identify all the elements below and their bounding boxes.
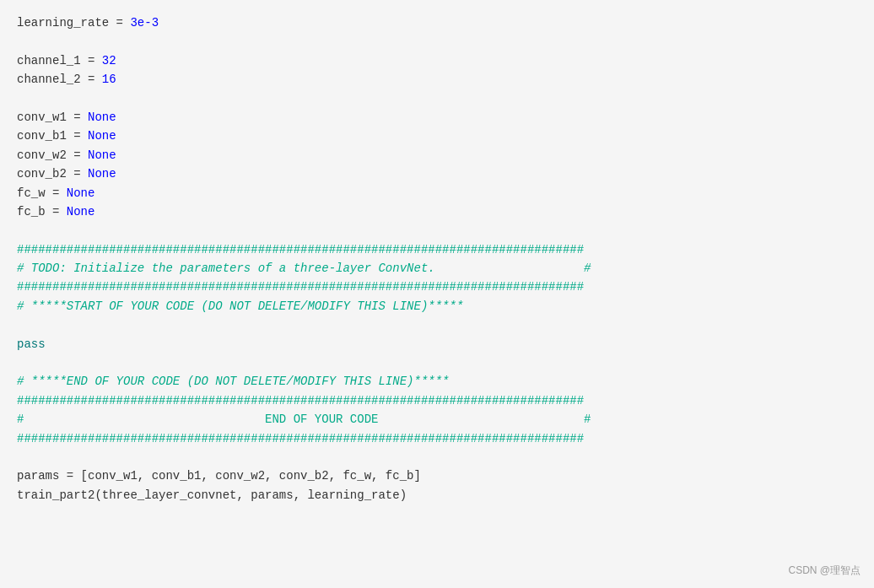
code-line: ########################################…: [17, 278, 857, 296]
code-container: learning_rate = 3e-3 channel_1 = 32chann…: [0, 0, 874, 588]
code-line: channel_2 = 16: [17, 70, 857, 89]
code-line: channel_1 = 32: [17, 51, 857, 70]
code-line: # *****START OF YOUR CODE (DO NOT DELETE…: [17, 297, 857, 316]
code-line: conv_b2 = None: [17, 165, 857, 183]
code-line: [17, 448, 857, 467]
code-line: ########################################…: [17, 391, 857, 410]
watermark: CSDN @理智点: [788, 564, 861, 578]
code-line: conv_b1 = None: [17, 127, 857, 145]
code-line: params = [conv_w1, conv_b1, conv_w2, con…: [17, 467, 857, 485]
code-line: ########################################…: [17, 429, 857, 448]
code-line: [17, 221, 857, 240]
code-line: # *****END OF YOUR CODE (DO NOT DELETE/M…: [17, 372, 857, 391]
code-line: conv_w1 = None: [17, 108, 857, 127]
code-line: [17, 353, 857, 372]
code-line: [17, 316, 857, 334]
code-line: pass: [17, 335, 857, 353]
code-line: [17, 32, 857, 51]
code-line: # TODO: Initialize the parameters of a t…: [17, 259, 857, 278]
code-line: [17, 89, 857, 108]
code-line: conv_w2 = None: [17, 146, 857, 165]
code-line: ########################################…: [17, 240, 857, 259]
code-line: fc_b = None: [17, 202, 857, 221]
code-line: # END OF YOUR CODE #: [17, 410, 857, 429]
code-block: learning_rate = 3e-3 channel_1 = 32chann…: [17, 13, 857, 504]
code-line: fc_w = None: [17, 184, 857, 202]
code-line: learning_rate = 3e-3: [17, 13, 857, 32]
code-line: train_part2(three_layer_convnet, params,…: [17, 486, 857, 504]
